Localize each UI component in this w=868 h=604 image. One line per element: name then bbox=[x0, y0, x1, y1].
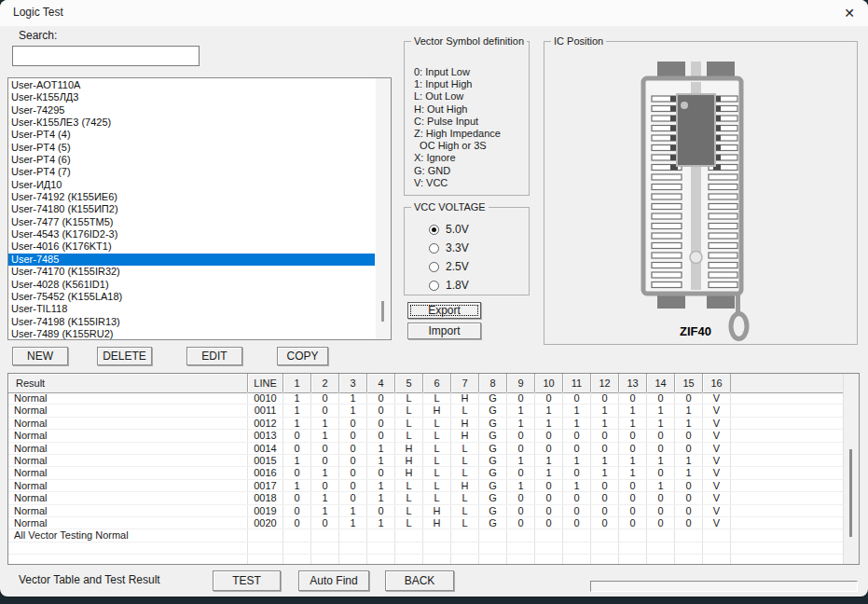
cell-filler bbox=[731, 455, 844, 466]
cell-result: Normal bbox=[8, 430, 248, 441]
auto-find-button[interactable]: Auto Find bbox=[298, 570, 369, 591]
cell-pin: H bbox=[423, 505, 451, 516]
cell-pin: 1 bbox=[283, 405, 311, 416]
table-row[interactable]: Normal00140001HLLG0000000V bbox=[8, 443, 844, 455]
cell-result: Normal bbox=[8, 505, 248, 516]
cell-pin: 1 bbox=[311, 418, 339, 429]
list-item[interactable]: User-PT4 (5) bbox=[8, 142, 375, 154]
copy-button[interactable]: COPY bbox=[277, 347, 328, 365]
cell-pin: 0 bbox=[675, 480, 703, 491]
list-item[interactable]: User-74180 (К155ИП2) bbox=[8, 203, 375, 215]
table-row[interactable]: Normal00180101LLLG0000000V bbox=[8, 492, 844, 504]
list-item[interactable]: User-К155ЛЕ3 (7425) bbox=[8, 117, 375, 129]
list-item[interactable]: User-PT4 (4) bbox=[8, 129, 375, 141]
window-title: Logic Test bbox=[13, 6, 63, 19]
cell-pin: 1 bbox=[591, 418, 619, 429]
cell-result: Normal bbox=[8, 480, 248, 491]
radio-icon[interactable] bbox=[429, 243, 439, 254]
list-item[interactable]: User-74295 bbox=[8, 104, 375, 117]
list-item[interactable]: User-74170 (K155IR32) bbox=[8, 266, 375, 278]
list-item[interactable]: User-PT4 (7) bbox=[8, 166, 375, 178]
cell-pin bbox=[423, 555, 451, 564]
cell-pin bbox=[451, 555, 479, 564]
table-row[interactable]: Normal00121100LLHG1111111V bbox=[8, 418, 844, 430]
vcc-option[interactable]: 3.3V bbox=[429, 239, 469, 257]
cell-pin: 0 bbox=[675, 517, 703, 528]
cell-pin: 0 bbox=[675, 443, 703, 454]
list-item[interactable]: User-К155ЛД3 bbox=[8, 91, 375, 103]
list-item[interactable]: User-75452 (K155LA18) bbox=[8, 291, 375, 303]
new-button[interactable]: NEW bbox=[12, 347, 68, 365]
list-item[interactable]: User-4543 (K176ID2-3) bbox=[8, 228, 375, 240]
table-row[interactable]: Normal00171001LLHG1010010V bbox=[8, 480, 844, 492]
cell-pin: 1 bbox=[339, 517, 367, 528]
list-item[interactable]: User-74198 (K155IR13) bbox=[8, 316, 375, 328]
list-item[interactable]: User-74192 (К155ИЕ6) bbox=[8, 191, 375, 203]
radio-icon[interactable] bbox=[429, 262, 439, 272]
cell-pin: 0 bbox=[619, 505, 647, 516]
table-row[interactable]: Normal00190110LHLG0000000V bbox=[8, 505, 844, 517]
cell-pin: 0 bbox=[563, 505, 591, 516]
cell-line bbox=[248, 555, 283, 564]
list-item[interactable]: User-PT4 (6) bbox=[8, 154, 375, 166]
cell-pin: V bbox=[703, 505, 731, 516]
list-scrollbar[interactable] bbox=[376, 78, 391, 339]
cell-filler bbox=[731, 555, 844, 564]
chip-list[interactable]: User-AOT110AUser-К155ЛД3User-74295User-К… bbox=[7, 77, 392, 340]
cell-pin: 1 bbox=[507, 405, 535, 416]
cell-pin: 0 bbox=[647, 517, 675, 528]
table-row[interactable]: Normal00130100LLHG0000000V bbox=[8, 430, 844, 442]
table-summary-row[interactable]: All Vector Testing Normal bbox=[8, 529, 844, 542]
table-row[interactable]: Normal00151001HLLG1111111V bbox=[8, 455, 844, 467]
list-item[interactable]: User-7477 (K155TM5) bbox=[8, 216, 375, 228]
radio-icon[interactable] bbox=[429, 225, 439, 235]
search-input[interactable] bbox=[12, 46, 200, 66]
cell-pin bbox=[619, 555, 647, 564]
edit-button[interactable]: EDIT bbox=[186, 347, 242, 365]
list-scrollbar-thumb[interactable] bbox=[381, 301, 384, 322]
back-button[interactable]: BACK bbox=[385, 570, 454, 591]
cell-pin: 0 bbox=[367, 505, 395, 516]
table-row[interactable]: Normal00160100HLLG0101101V bbox=[8, 467, 844, 479]
close-icon[interactable]: ✕ bbox=[839, 4, 860, 22]
column-header: 11 bbox=[563, 374, 591, 392]
cell-pin: H bbox=[395, 467, 423, 478]
test-button[interactable]: TEST bbox=[213, 570, 281, 591]
list-item[interactable]: User-4016 (K176KT1) bbox=[8, 240, 375, 253]
cell-pin: V bbox=[703, 443, 731, 454]
cell-pin: 1 bbox=[535, 405, 563, 416]
list-item[interactable]: User-7485 bbox=[8, 254, 375, 266]
cell-pin: 0 bbox=[591, 430, 619, 441]
table-empty-row[interactable] bbox=[8, 542, 844, 555]
table-row[interactable]: Normal00200011LHLG0000000V bbox=[8, 517, 844, 529]
table-scrollbar-thumb[interactable] bbox=[849, 449, 852, 537]
list-item[interactable]: User-7489 (K155RU2) bbox=[8, 328, 375, 340]
list-item[interactable]: User-ИД10 bbox=[8, 179, 375, 191]
vcc-option[interactable]: 2.5V bbox=[429, 257, 469, 276]
cell-pin: 0 bbox=[311, 480, 339, 491]
delete-button[interactable]: DELETE bbox=[97, 347, 152, 365]
cell-result: Normal bbox=[8, 455, 248, 466]
cell-pin: 0 bbox=[367, 392, 395, 404]
legend-line: Z: High Impedance bbox=[414, 128, 501, 140]
list-item[interactable]: User-TIL118 bbox=[8, 303, 375, 315]
table-empty-row[interactable] bbox=[8, 555, 844, 564]
table-row[interactable]: Normal00111010LHLG1111111V bbox=[8, 405, 844, 417]
list-item[interactable]: User-4028 (K561ID1) bbox=[8, 279, 375, 291]
import-button[interactable]: Import bbox=[407, 323, 481, 339]
cell-result: Normal bbox=[8, 392, 248, 404]
footer-label: Vector Table and Test Result bbox=[19, 573, 160, 586]
vcc-option[interactable]: 1.8V bbox=[429, 276, 469, 295]
radio-icon[interactable] bbox=[429, 281, 439, 291]
export-button[interactable]: Export bbox=[407, 302, 481, 319]
cell-pin: 1 bbox=[535, 467, 563, 478]
cell-pin: 0 bbox=[619, 443, 647, 454]
cell-pin: 1 bbox=[591, 467, 619, 478]
ic-position-group: IC Position ZIF40 bbox=[544, 41, 858, 345]
list-item[interactable]: User-AOT110A bbox=[8, 79, 375, 91]
table-scrollbar[interactable] bbox=[843, 374, 859, 564]
cell-pin: 0 bbox=[367, 467, 395, 478]
cell-pin: 0 bbox=[563, 443, 591, 454]
vcc-option[interactable]: 5.0V bbox=[429, 220, 469, 239]
table-row[interactable]: Normal00101010LLHG0000000V bbox=[8, 392, 844, 405]
